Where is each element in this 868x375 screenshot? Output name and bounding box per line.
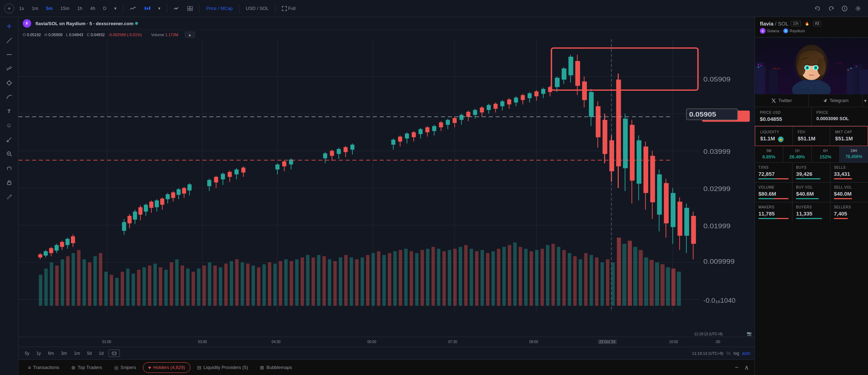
svg-rect-50 bbox=[66, 256, 70, 306]
svg-rect-8 bbox=[190, 6, 193, 9]
tab-transactions[interactable]: ≡ Transactions bbox=[23, 362, 65, 373]
time-1050: 10:50 bbox=[669, 340, 678, 344]
tab-snipers[interactable]: ◎ Snipers bbox=[109, 362, 141, 373]
svg-rect-156 bbox=[644, 257, 649, 306]
emoji-tool[interactable]: ☺ bbox=[3, 119, 16, 132]
separator-4 bbox=[239, 4, 239, 13]
svg-rect-184 bbox=[138, 207, 143, 215]
period-5y[interactable]: 5y bbox=[23, 350, 32, 357]
price-mcap-toggle[interactable]: Price / MCap bbox=[203, 4, 235, 12]
price-sol-text: 0.0003090 SOL bbox=[817, 116, 849, 121]
lock-tool[interactable] bbox=[3, 176, 16, 189]
zoom-tool[interactable] bbox=[3, 147, 16, 160]
social-collapse-button[interactable]: ▾ bbox=[863, 94, 868, 107]
top-toolbar: + 1s 1m 5m 15m 1h 4h D ▾ ▾ Price bbox=[0, 0, 868, 17]
svg-rect-93 bbox=[301, 257, 304, 306]
fdv-label: FDV bbox=[798, 130, 825, 134]
svg-rect-147 bbox=[595, 257, 599, 306]
telegram-button[interactable]: Telegram bbox=[809, 94, 863, 107]
svg-rect-71 bbox=[180, 265, 184, 306]
period-1m[interactable]: 1m bbox=[72, 350, 82, 357]
twitter-button[interactable]: Twitter bbox=[755, 94, 809, 107]
svg-text:NEON: NEON bbox=[773, 67, 781, 70]
svg-rect-202 bbox=[188, 184, 192, 190]
bottom-controls: 5y 1y 6m 3m 1m 5d 1d 11:19:13 (UTC+8) % … bbox=[18, 347, 755, 359]
timeframe-1s[interactable]: 1s bbox=[16, 4, 27, 12]
tab-holders[interactable]: ♥ Holders (4,829) bbox=[143, 362, 190, 373]
fib-tool[interactable] bbox=[3, 91, 16, 103]
camera-icon[interactable]: 📷 bbox=[747, 331, 752, 336]
svg-rect-51 bbox=[72, 253, 75, 306]
measure-tool[interactable] bbox=[3, 133, 16, 146]
reset-view-button[interactable] bbox=[108, 349, 120, 357]
channel-tool[interactable] bbox=[3, 62, 16, 75]
timestamp-display: 11:19:13 (UTC+8) bbox=[692, 351, 723, 356]
timeframe-15m[interactable]: 15m bbox=[58, 4, 72, 12]
liquidity-label: LIQUIDITY bbox=[760, 130, 788, 134]
layout-button[interactable] bbox=[184, 5, 196, 12]
svg-rect-69 bbox=[170, 262, 173, 306]
magnet-tool[interactable] bbox=[3, 162, 16, 174]
chart-type-dropdown[interactable]: ▾ bbox=[155, 4, 163, 12]
undo-button[interactable] bbox=[812, 5, 823, 12]
svg-rect-200 bbox=[182, 188, 186, 194]
svg-rect-138 bbox=[546, 245, 550, 306]
add-indicator-button[interactable]: + bbox=[4, 4, 14, 13]
buys-cell: BUYS 39,426 bbox=[792, 163, 830, 182]
tab-snipers-label: Snipers bbox=[121, 365, 136, 370]
chart-type-candlestick[interactable] bbox=[141, 5, 153, 12]
indicators-button[interactable] bbox=[171, 5, 182, 12]
period-1d[interactable]: 1d bbox=[97, 350, 106, 357]
svg-rect-216 bbox=[276, 164, 280, 169]
period-3m[interactable]: 3m bbox=[59, 350, 69, 357]
collapse-ohlc-button[interactable]: ▲ bbox=[185, 32, 195, 38]
svg-rect-280 bbox=[555, 78, 560, 87]
svg-text:0.05909: 0.05909 bbox=[703, 75, 730, 83]
svg-rect-264 bbox=[500, 101, 505, 106]
timeframe-5m[interactable]: 5m bbox=[43, 4, 56, 12]
svg-rect-228 bbox=[344, 147, 348, 152]
tab-minus-button[interactable]: − bbox=[733, 364, 740, 371]
auto-label[interactable]: auto bbox=[742, 351, 750, 356]
change-24h: 24H 78,456% bbox=[840, 146, 868, 162]
fullscreen-button[interactable]: Full bbox=[279, 4, 299, 12]
period-1y[interactable]: 1y bbox=[34, 350, 43, 357]
tab-bubblemaps[interactable]: ⊞ Bubblemaps bbox=[255, 362, 297, 373]
period-5d[interactable]: 5d bbox=[85, 350, 94, 357]
period-6m[interactable]: 6m bbox=[46, 350, 56, 357]
svg-rect-106 bbox=[372, 253, 375, 306]
svg-line-23 bbox=[10, 155, 12, 156]
timeframe-dropdown[interactable]: ▾ bbox=[111, 4, 119, 12]
svg-rect-127 bbox=[486, 253, 490, 306]
price-mcap-label: Price / MCap bbox=[206, 6, 233, 11]
timeframe-D[interactable]: D bbox=[100, 4, 109, 12]
line-tool[interactable] bbox=[3, 34, 16, 47]
log-label[interactable]: log bbox=[734, 351, 739, 356]
svg-rect-166 bbox=[44, 251, 48, 256]
chart-canvas[interactable]: 0.05909 0.04999 0.03999 0.02999 0.01999 … bbox=[18, 39, 755, 337]
cursor-tool[interactable]: ✛ bbox=[3, 20, 16, 33]
usd-sol-toggle[interactable]: USD / SOL bbox=[243, 4, 271, 12]
horizontal-line-tool[interactable] bbox=[3, 48, 16, 61]
redo-button[interactable] bbox=[825, 5, 837, 12]
rank-badge: #3 bbox=[813, 21, 821, 26]
svg-rect-149 bbox=[606, 259, 610, 306]
svg-rect-298 bbox=[616, 80, 621, 167]
chart-type-line[interactable] bbox=[127, 5, 139, 12]
pitchfork-tool[interactable] bbox=[3, 77, 16, 89]
text-tool[interactable]: T bbox=[3, 105, 16, 118]
settings-button[interactable] bbox=[852, 4, 864, 13]
svg-rect-110 bbox=[393, 251, 397, 306]
timeframe-4h[interactable]: 4h bbox=[87, 4, 98, 12]
timeframe-1m[interactable]: 1m bbox=[29, 4, 41, 12]
tab-liquidity[interactable]: ⊟ Liquidity Providers (5) bbox=[192, 362, 254, 373]
svg-rect-137 bbox=[540, 249, 544, 306]
timeframe-1h[interactable]: 1h bbox=[74, 4, 85, 12]
alert-button[interactable] bbox=[839, 4, 850, 13]
pencil-tool[interactable] bbox=[3, 190, 16, 203]
tab-top-traders[interactable]: ⊛ Top Traders bbox=[66, 362, 107, 373]
svg-text:0.03999: 0.03999 bbox=[703, 148, 730, 155]
makers-label: MAKERS bbox=[758, 205, 789, 209]
ohlc-o: O 0.05192 bbox=[23, 33, 41, 37]
tab-expand-button[interactable]: ∧ bbox=[743, 364, 750, 371]
